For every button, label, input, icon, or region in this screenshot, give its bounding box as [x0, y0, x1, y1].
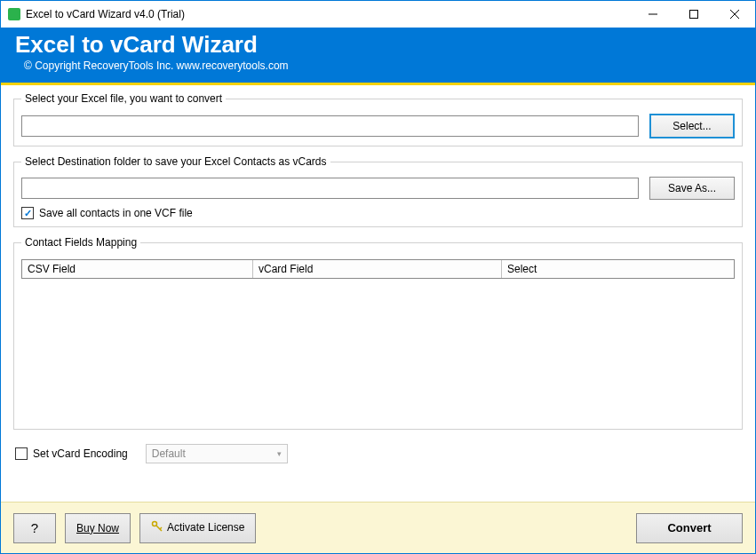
encoding-checkbox[interactable] — [15, 447, 28, 460]
app-title: Excel to vCard Wizard — [15, 31, 741, 59]
footer-bar: ? Buy Now Activate License Convert — [1, 502, 755, 553]
buy-now-button[interactable]: Buy Now — [65, 513, 131, 543]
svg-rect-1 — [690, 11, 698, 19]
column-select[interactable]: Select — [502, 260, 734, 278]
maximize-button[interactable] — [673, 1, 714, 28]
window-controls — [633, 1, 755, 28]
destination-group: Select Destination folder to save your E… — [13, 155, 743, 227]
destination-legend: Select Destination folder to save your E… — [21, 155, 330, 168]
convert-button[interactable]: Convert — [636, 513, 743, 543]
close-icon — [730, 10, 739, 19]
window-title: Excel to vCard Wizard v4.0 (Trial) — [26, 8, 633, 20]
column-csv-field[interactable]: CSV Field — [22, 260, 253, 278]
close-button[interactable] — [714, 1, 755, 28]
content-area: Select your Excel file, you want to conv… — [1, 85, 755, 476]
encoding-combo[interactable]: Default ▾ — [146, 444, 288, 463]
svg-line-6 — [160, 527, 162, 529]
mapping-grid-header: CSV Field vCard Field Select — [21, 259, 735, 279]
one-vcf-option[interactable]: Save all contacts in one VCF file — [21, 207, 735, 219]
encoding-label: Set vCard Encoding — [33, 447, 128, 460]
key-icon — [151, 520, 163, 535]
destination-path-input[interactable] — [21, 178, 639, 199]
help-button[interactable]: ? — [13, 513, 56, 543]
save-as-button[interactable]: Save As... — [649, 177, 735, 200]
column-vcard-field[interactable]: vCard Field — [253, 260, 502, 278]
maximize-icon — [689, 10, 698, 19]
one-vcf-label: Save all contacts in one VCF file — [39, 207, 193, 219]
source-legend: Select your Excel file, you want to conv… — [21, 92, 226, 105]
mapping-legend: Contact Fields Mapping — [21, 236, 140, 249]
copyright-text: © Copyright RecoveryTools Inc. www.recov… — [15, 59, 741, 72]
minimize-button[interactable] — [633, 1, 673, 28]
activate-label: Activate License — [167, 521, 244, 534]
encoding-option[interactable]: Set vCard Encoding — [15, 447, 128, 460]
svg-point-4 — [153, 522, 157, 526]
buy-now-label: Buy Now — [76, 522, 119, 534]
source-path-input[interactable] — [21, 115, 639, 137]
titlebar: Excel to vCard Wizard v4.0 (Trial) — [1, 1, 755, 28]
source-file-group: Select your Excel file, you want to conv… — [13, 92, 743, 146]
app-icon — [8, 8, 20, 20]
one-vcf-checkbox[interactable] — [21, 207, 34, 219]
select-file-button[interactable]: Select... — [649, 114, 735, 138]
chevron-down-icon: ▾ — [277, 449, 282, 458]
app-header: Excel to vCard Wizard © Copyright Recove… — [1, 28, 755, 85]
activate-license-button[interactable]: Activate License — [139, 513, 256, 543]
mapping-group: Contact Fields Mapping CSV Field vCard F… — [13, 236, 743, 430]
encoding-row: Set vCard Encoding Default ▾ — [13, 439, 743, 476]
minimize-icon — [649, 10, 657, 19]
encoding-combo-value: Default — [152, 447, 186, 460]
